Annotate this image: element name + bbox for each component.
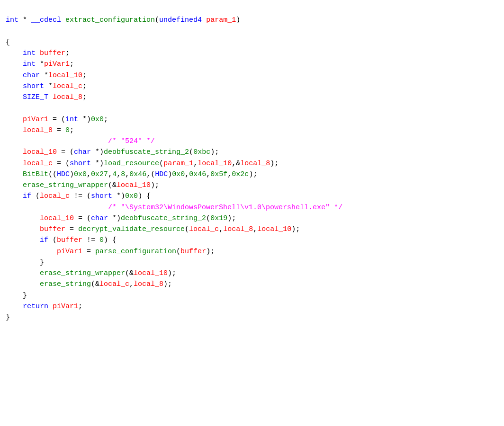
line-8: SIZE_T local_8;	[6, 93, 87, 101]
line-21: if (buffer != 0) {	[6, 236, 117, 244]
line-11: local_8 = 0;	[6, 126, 74, 134]
line-7: short *local_c;	[6, 82, 87, 90]
line-24: erase_string_wrapper(&local_10);	[6, 269, 176, 277]
line-16: erase_string_wrapper(&local_10);	[6, 181, 159, 189]
line-20: buffer = decrypt_validate_resource(local…	[6, 225, 300, 233]
line-25: erase_string(&local_c,local_8);	[6, 280, 172, 288]
code-view: int * __cdecl extract_configuration(unde…	[6, 4, 498, 323]
line-26: }	[6, 292, 27, 300]
line-4: int buffer;	[6, 49, 70, 57]
line-10: piVar1 = (int *)0x0;	[6, 115, 108, 124]
line-5: int *piVar1;	[6, 60, 74, 68]
line-27: return piVar1;	[6, 302, 82, 311]
line-15: BitBlt((HDC)0x0,0x27,4,8,0x46,(HDC)0x0,0…	[6, 170, 257, 178]
line-18: /* "\System32\WindowsPowerShell\v1.0\pow…	[6, 204, 342, 212]
line-14: local_c = (short *)load_resource(param_1…	[6, 160, 279, 168]
line-22: piVar1 = parse_configuration(buffer);	[6, 248, 215, 256]
line-19: local_10 = (char *)deobfuscate_string_2(…	[6, 214, 236, 222]
line-23: }	[6, 258, 44, 266]
line-13: local_10 = (char *)deobfuscate_string_2(…	[6, 148, 219, 156]
line-1: int * __cdecl extract_configuration(unde…	[6, 16, 240, 24]
line-17: if (local_c != (short *)0x0) {	[6, 192, 151, 200]
line-6: char *local_10;	[6, 71, 87, 80]
line-28: }	[6, 313, 10, 321]
line-12: /* "524" */	[6, 137, 155, 145]
line-3: {	[6, 38, 10, 46]
